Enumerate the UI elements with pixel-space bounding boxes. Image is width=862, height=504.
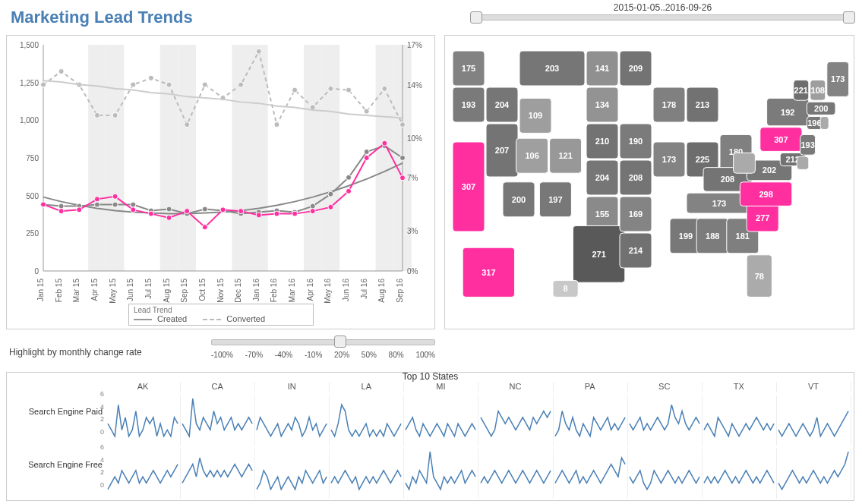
date-range-slider[interactable]: 2015-01-05..2016-09-26 <box>471 2 854 25</box>
svg-rect-2 <box>160 45 178 271</box>
svg-point-88 <box>400 156 406 161</box>
svg-text:0: 0 <box>34 267 39 276</box>
svg-text:210: 210 <box>595 137 609 146</box>
svg-text:188: 188 <box>706 232 719 241</box>
svg-text:Jan 16: Jan 16 <box>252 279 260 301</box>
svg-rect-4 <box>232 45 250 271</box>
svg-point-100 <box>238 209 244 214</box>
date-range-label: 2015-01-05..2016-09-26 <box>471 2 854 13</box>
svg-text:197: 197 <box>548 195 562 204</box>
svg-text:317: 317 <box>482 268 495 277</box>
svg-text:208: 208 <box>629 173 643 182</box>
date-range-track[interactable] <box>471 14 854 20</box>
spark-col-NC: NC <box>478 382 554 392</box>
svg-text:Jun 16: Jun 16 <box>342 279 350 301</box>
svg-text:17%: 17% <box>407 41 422 49</box>
spark-cell <box>478 449 554 499</box>
spark-col-PA: PA <box>553 382 628 392</box>
svg-text:750: 750 <box>26 154 39 162</box>
svg-point-101 <box>256 213 261 218</box>
highlight-slider-track[interactable] <box>211 339 435 345</box>
svg-point-95 <box>148 211 153 216</box>
svg-text:193: 193 <box>800 140 814 150</box>
svg-text:173: 173 <box>662 155 676 164</box>
spark-col-SC: SC <box>627 382 703 392</box>
svg-point-52 <box>131 82 136 87</box>
svg-text:208: 208 <box>721 175 734 184</box>
svg-text:173: 173 <box>712 199 726 208</box>
svg-text:178: 178 <box>662 100 676 109</box>
spark-cell <box>329 449 404 499</box>
svg-point-55 <box>185 122 190 128</box>
spark-row-label: Search Engine Paid <box>10 407 103 416</box>
spark-col-TX: TX <box>702 382 777 392</box>
legend-item-created: Created <box>134 314 187 323</box>
sparkline-title: Top 10 States <box>7 371 854 382</box>
svg-point-83 <box>310 203 315 209</box>
svg-point-104 <box>310 209 315 214</box>
svg-text:78: 78 <box>755 272 764 281</box>
highlight-slider-label: Highlight by monthly change rate <box>9 347 142 358</box>
svg-point-107 <box>364 156 369 161</box>
svg-point-85 <box>346 175 352 180</box>
svg-text:250: 250 <box>26 229 39 238</box>
svg-text:200: 200 <box>512 195 526 204</box>
svg-text:190: 190 <box>629 137 643 146</box>
svg-text:Feb 15: Feb 15 <box>55 279 63 303</box>
svg-text:173: 173 <box>831 74 845 83</box>
svg-text:106: 106 <box>525 151 538 160</box>
spark-cell <box>180 395 255 446</box>
us-map: 1751933072072042031091061212001971411342… <box>445 36 855 329</box>
svg-text:Apr 15: Apr 15 <box>90 279 99 301</box>
state-RI[interactable] <box>820 116 829 129</box>
svg-text:Jul 16: Jul 16 <box>360 279 368 299</box>
svg-text:204: 204 <box>495 100 510 109</box>
svg-text:14%: 14% <box>407 81 422 90</box>
svg-rect-3 <box>178 45 196 271</box>
svg-point-96 <box>166 215 172 220</box>
svg-point-77 <box>202 206 207 212</box>
svg-text:214: 214 <box>629 246 643 255</box>
svg-text:500: 500 <box>26 192 39 200</box>
state-WV[interactable] <box>734 153 756 173</box>
dashboard: Marketing Lead Trends 2015-01-05..2016-0… <box>0 0 862 504</box>
svg-text:155: 155 <box>595 209 609 219</box>
svg-point-67 <box>400 122 406 128</box>
spark-cell <box>702 449 777 499</box>
svg-text:Oct 15: Oct 15 <box>198 279 207 301</box>
svg-point-73 <box>131 202 136 207</box>
svg-text:0%: 0% <box>407 267 418 276</box>
spark-col-AK: AK <box>106 382 181 392</box>
svg-text:225: 225 <box>696 155 709 164</box>
svg-point-50 <box>94 112 99 118</box>
spark-cell <box>254 395 330 446</box>
svg-rect-7 <box>322 45 340 271</box>
svg-text:307: 307 <box>462 182 475 191</box>
svg-text:175: 175 <box>462 64 475 73</box>
svg-text:1,250: 1,250 <box>20 79 39 87</box>
svg-text:207: 207 <box>495 146 509 155</box>
svg-text:108: 108 <box>811 86 825 95</box>
svg-rect-8 <box>376 45 394 271</box>
svg-point-105 <box>328 204 333 209</box>
svg-text:Jan 15: Jan 15 <box>36 279 45 301</box>
svg-point-91 <box>77 207 82 213</box>
date-range-thumb-end[interactable] <box>843 11 855 24</box>
highlight-slider[interactable] <box>211 339 435 345</box>
svg-point-61 <box>292 87 298 93</box>
svg-point-47 <box>41 82 46 87</box>
svg-text:181: 181 <box>736 232 750 241</box>
svg-text:1,500: 1,500 <box>20 41 39 49</box>
svg-text:Sep 16: Sep 16 <box>396 279 404 303</box>
date-range-thumb-start[interactable] <box>470 11 482 24</box>
svg-text:Mar 15: Mar 15 <box>72 279 81 303</box>
svg-rect-6 <box>304 45 322 271</box>
spark-cell <box>180 449 255 499</box>
svg-point-71 <box>94 202 99 207</box>
svg-text:213: 213 <box>696 100 709 109</box>
svg-text:Jun 15: Jun 15 <box>126 279 134 301</box>
state-DE[interactable] <box>797 156 809 169</box>
legend-label-converted: Converted <box>226 314 265 323</box>
highlight-slider-thumb[interactable] <box>334 335 346 348</box>
svg-point-99 <box>220 207 226 213</box>
